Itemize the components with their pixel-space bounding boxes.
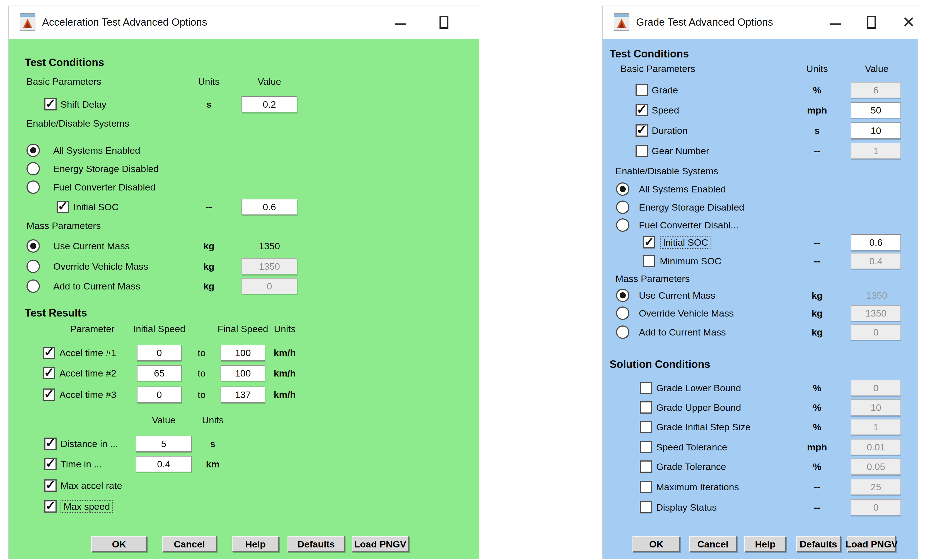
ucm-label[interactable]: Use Current Mass bbox=[639, 290, 715, 301]
giss-label[interactable]: Grade Initial Step Size bbox=[656, 422, 750, 432]
a1-checkbox[interactable]: ✓ bbox=[43, 347, 55, 359]
a1-initial-speed-input[interactable] bbox=[137, 345, 182, 361]
msoc-checkbox[interactable] bbox=[643, 255, 655, 267]
a3-final-speed-input[interactable] bbox=[221, 387, 265, 403]
ase-radio[interactable] bbox=[616, 182, 630, 196]
isoc-input[interactable] bbox=[241, 199, 297, 215]
a3-label[interactable]: Accel time #3 bbox=[59, 389, 116, 400]
ovm-label[interactable]: Override Vehicle Mass bbox=[53, 261, 148, 272]
giss-checkbox[interactable] bbox=[640, 421, 652, 433]
ovm-label[interactable]: Override Vehicle Mass bbox=[639, 308, 734, 319]
grade-checkbox[interactable] bbox=[636, 84, 648, 96]
gtol-label[interactable]: Grade Tolerance bbox=[656, 461, 726, 472]
fcd-radio[interactable] bbox=[27, 181, 40, 194]
fcd-radio[interactable] bbox=[616, 218, 630, 232]
esd-label[interactable]: Energy Storage Disabled bbox=[639, 202, 744, 213]
mar-label[interactable]: Max accel rate bbox=[60, 480, 122, 491]
speed-checkbox[interactable]: ✓ bbox=[636, 104, 648, 116]
a1-final-speed-input[interactable] bbox=[221, 345, 265, 361]
dstat-checkbox[interactable] bbox=[640, 501, 652, 513]
minimize-button[interactable] bbox=[388, 6, 414, 39]
help-button[interactable]: Help bbox=[744, 536, 786, 552]
a2-final-speed-input[interactable] bbox=[221, 365, 265, 381]
stol-label[interactable]: Speed Tolerance bbox=[656, 442, 727, 453]
ms-checkbox[interactable]: ✓ bbox=[44, 500, 57, 513]
glb-checkbox[interactable] bbox=[640, 382, 652, 394]
dist-input[interactable] bbox=[136, 436, 191, 452]
ucm-radio[interactable] bbox=[616, 289, 630, 302]
dur-checkbox[interactable]: ✓ bbox=[636, 124, 648, 137]
load-pngv-button[interactable]: Load PNGV bbox=[847, 536, 896, 552]
miter-label[interactable]: Maximum Iterations bbox=[656, 482, 739, 492]
titlebar[interactable]: Acceleration Test Advanced Options bbox=[9, 6, 479, 39]
acm-label[interactable]: Add to Current Mass bbox=[53, 281, 140, 292]
grade-label[interactable]: Grade bbox=[652, 85, 678, 96]
gear-checkbox[interactable] bbox=[636, 145, 648, 157]
isoc-checkbox[interactable]: ✓ bbox=[643, 236, 655, 248]
ovm-radio[interactable] bbox=[616, 307, 630, 320]
ucm-label[interactable]: Use Current Mass bbox=[53, 241, 130, 251]
defaults-button[interactable]: Defaults bbox=[288, 536, 345, 552]
dist-label[interactable]: Distance in ... bbox=[60, 438, 118, 449]
ase-label[interactable]: All Systems Enabled bbox=[639, 184, 726, 195]
msoc-label[interactable]: Minimum SOC bbox=[660, 256, 722, 266]
fcd-label[interactable]: Fuel Converter Disabled bbox=[53, 182, 156, 193]
time-label[interactable]: Time in ... bbox=[60, 459, 102, 470]
speed-input[interactable] bbox=[851, 102, 901, 118]
gear-label[interactable]: Gear Number bbox=[652, 146, 709, 157]
isoc-label[interactable]: Initial SOC bbox=[660, 236, 711, 249]
load-pngv-button[interactable]: Load PNGV bbox=[352, 536, 409, 552]
isoc-checkbox[interactable]: ✓ bbox=[57, 201, 69, 213]
acm-radio[interactable] bbox=[616, 325, 630, 339]
shift-label[interactable]: Shift Delay bbox=[60, 99, 106, 110]
cancel-button[interactable]: Cancel bbox=[689, 536, 737, 552]
a3-units: km/h bbox=[274, 389, 295, 400]
isoc-label[interactable]: Initial SOC bbox=[73, 202, 119, 212]
time-checkbox[interactable]: ✓ bbox=[44, 458, 57, 470]
dur-label[interactable]: Duration bbox=[652, 125, 688, 136]
acm-label[interactable]: Add to Current Mass bbox=[639, 327, 726, 338]
a3-initial-speed-input[interactable] bbox=[137, 387, 182, 403]
titlebar[interactable]: Grade Test Advanced Options ✕ bbox=[603, 6, 918, 39]
close-button[interactable]: ✕ bbox=[896, 6, 922, 39]
miter-checkbox[interactable] bbox=[640, 481, 652, 493]
ase-label[interactable]: All Systems Enabled bbox=[53, 145, 140, 156]
maximize-button[interactable] bbox=[859, 6, 884, 39]
isoc-input[interactable] bbox=[851, 234, 901, 250]
fcd-label[interactable]: Fuel Converter Disabl... bbox=[639, 220, 738, 230]
stol-input bbox=[851, 439, 901, 455]
a2-label[interactable]: Accel time #2 bbox=[59, 368, 116, 379]
gtol-checkbox[interactable] bbox=[640, 461, 652, 473]
maximize-button[interactable] bbox=[431, 6, 457, 39]
ok-button[interactable]: OK bbox=[91, 536, 147, 552]
stol-checkbox[interactable] bbox=[640, 441, 652, 453]
ucm-radio[interactable] bbox=[27, 239, 40, 253]
speed-label[interactable]: Speed bbox=[652, 105, 679, 116]
cancel-button[interactable]: Cancel bbox=[162, 536, 217, 552]
gub-checkbox[interactable] bbox=[640, 401, 652, 414]
mar-checkbox[interactable]: ✓ bbox=[44, 479, 57, 492]
dur-input[interactable] bbox=[851, 122, 901, 138]
a1-label[interactable]: Accel time #1 bbox=[59, 348, 116, 358]
a3-checkbox[interactable]: ✓ bbox=[43, 388, 55, 401]
minimize-button[interactable] bbox=[823, 6, 848, 39]
a2-checkbox[interactable]: ✓ bbox=[43, 367, 55, 379]
ovm-radio[interactable] bbox=[27, 260, 40, 273]
glb-label[interactable]: Grade Lower Bound bbox=[656, 382, 741, 393]
acm-radio[interactable] bbox=[27, 280, 40, 293]
dstat-label[interactable]: Display Status bbox=[656, 502, 717, 513]
ase-radio[interactable] bbox=[27, 144, 40, 157]
gub-label[interactable]: Grade Upper Bound bbox=[656, 402, 741, 413]
esd-radio[interactable] bbox=[27, 162, 40, 175]
ms-label[interactable]: Max speed bbox=[60, 500, 113, 513]
esd-label[interactable]: Energy Storage Disabled bbox=[53, 163, 159, 174]
time-input[interactable] bbox=[136, 456, 191, 472]
shift-input[interactable] bbox=[241, 96, 297, 112]
dist-checkbox[interactable]: ✓ bbox=[44, 438, 57, 450]
a2-initial-speed-input[interactable] bbox=[137, 365, 182, 381]
esd-radio[interactable] bbox=[616, 200, 630, 214]
defaults-button[interactable]: Defaults bbox=[796, 536, 841, 552]
shift-checkbox[interactable]: ✓ bbox=[44, 98, 57, 110]
help-button[interactable]: Help bbox=[232, 536, 279, 552]
ok-button[interactable]: OK bbox=[633, 536, 680, 552]
